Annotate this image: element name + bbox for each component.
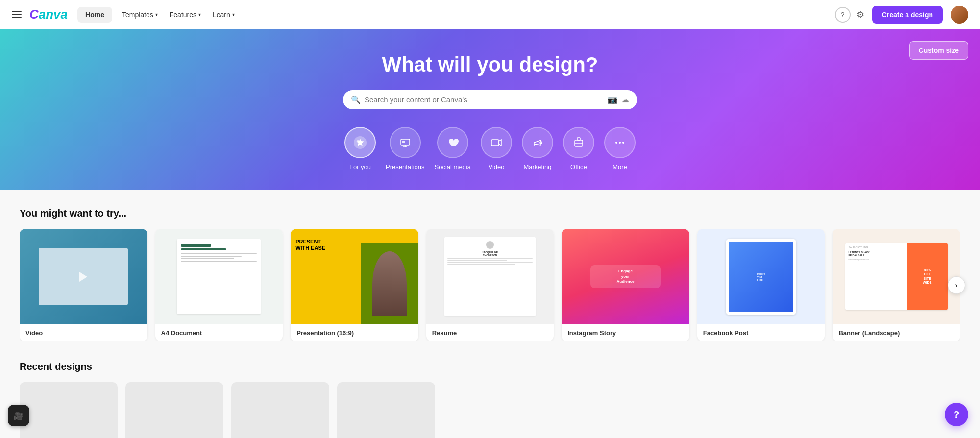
upload-search-button[interactable]: ☁	[621, 95, 629, 104]
card-thumbnail: EngageyourAudience	[562, 229, 689, 324]
category-for-you[interactable]: For you	[344, 127, 376, 170]
card-thumbnail: JACQUELINETHOMPSON	[426, 229, 554, 324]
recent-card[interactable]	[125, 382, 223, 438]
card-label: A4 Document	[155, 324, 283, 341]
try-card-instagram-story[interactable]: EngageyourAudience Instagram Story	[562, 229, 689, 341]
recent-section: Recent designs	[20, 361, 960, 438]
features-nav[interactable]: Features ▾	[164, 7, 207, 23]
try-card-video[interactable]: Video	[20, 229, 147, 341]
category-icon-presentations	[390, 127, 421, 158]
category-social-media[interactable]: Social media	[435, 127, 471, 170]
templates-nav[interactable]: Templates ▾	[116, 7, 164, 23]
card-thumb-wrapper: EngageyourAudience	[562, 229, 689, 324]
card-thumb-wrapper	[20, 229, 147, 324]
svg-rect-5	[402, 141, 405, 143]
video-recorder-button[interactable]: 🎥	[8, 405, 29, 426]
hero-title: What will you design?	[12, 53, 968, 76]
recent-section-title: Recent designs	[20, 361, 960, 372]
custom-size-button[interactable]: Custom size	[909, 41, 968, 60]
category-label-office: Office	[570, 163, 587, 170]
category-more[interactable]: More	[604, 127, 636, 170]
category-label-social-media: Social media	[435, 163, 471, 170]
category-video[interactable]: Video	[481, 127, 512, 170]
category-icon-office	[563, 127, 594, 158]
card-label: Resume	[426, 324, 554, 341]
category-label-more: More	[612, 163, 627, 170]
try-card-presentation[interactable]: PRESENTWITH EASE Presentation (16:9)	[291, 229, 418, 341]
chevron-down-icon: ▾	[232, 12, 235, 17]
svg-point-12	[615, 142, 617, 144]
card-thumbnail: PRESENTWITH EASE	[291, 229, 418, 324]
chevron-down-icon: ▾	[155, 12, 158, 17]
card-label: Instagram Story	[562, 324, 689, 341]
cards-next-button[interactable]: ›	[948, 276, 965, 294]
try-card-a4-doc[interactable]: A4 Document	[155, 229, 283, 341]
category-presentations[interactable]: Presentations	[386, 127, 425, 170]
cards-container: Video A4 Document PRESENTWITH EASE Prese…	[20, 229, 960, 341]
card-thumbnail: SALE CLOTHING ULTIMATE BLACKFRIDAY SALE …	[833, 229, 960, 324]
category-label-marketing: Marketing	[523, 163, 551, 170]
help-bubble-button[interactable]: ?	[945, 403, 968, 426]
try-section-title: You might want to try...	[20, 208, 960, 219]
card-thumbnail	[155, 229, 283, 324]
svg-rect-10	[577, 138, 580, 140]
try-cards-row: Video A4 Document PRESENTWITH EASE Prese…	[20, 229, 960, 341]
search-icon: 🔍	[351, 95, 361, 104]
card-thumb-wrapper: PRESENTWITH EASE	[291, 229, 418, 324]
camera-search-button[interactable]: 📷	[608, 95, 617, 104]
create-design-button[interactable]: Create a design	[872, 6, 943, 24]
category-icon-marketing	[522, 127, 553, 158]
navbar: Canva Home Templates ▾ Features ▾ Learn …	[0, 0, 980, 29]
svg-rect-2	[401, 139, 410, 145]
card-thumbnail	[20, 229, 147, 324]
learn-nav[interactable]: Learn ▾	[207, 7, 241, 23]
svg-rect-6	[491, 140, 499, 146]
card-thumb-wrapper: InspireyourFeed	[697, 229, 825, 324]
category-icon-video	[481, 127, 512, 158]
card-thumb-wrapper: SALE CLOTHING ULTIMATE BLACKFRIDAY SALE …	[833, 229, 960, 324]
recent-designs-row	[20, 382, 960, 438]
hero-section: Custom size What will you design? 🔍 📷 ☁ …	[0, 29, 980, 190]
avatar[interactable]	[951, 6, 968, 24]
card-label: Facebook Post	[697, 324, 825, 341]
card-thumbnail: InspireyourFeed	[697, 229, 825, 324]
try-card-facebook-post[interactable]: InspireyourFeed Facebook Post	[697, 229, 825, 341]
category-row: For you Presentations Social media Video…	[12, 127, 968, 170]
recent-card[interactable]	[20, 382, 118, 438]
svg-point-13	[619, 142, 621, 144]
category-icon-more	[604, 127, 636, 158]
card-thumb-wrapper: JACQUELINETHOMPSON	[426, 229, 554, 324]
svg-point-1	[357, 140, 359, 142]
card-label: Presentation (16:9)	[291, 324, 418, 341]
category-office[interactable]: Office	[563, 127, 594, 170]
category-label-for-you: For you	[349, 163, 371, 170]
help-button[interactable]: ?	[835, 7, 851, 23]
card-label: Banner (Landscape)	[833, 324, 960, 341]
category-label-presentations: Presentations	[386, 163, 425, 170]
search-input[interactable]	[365, 96, 604, 104]
home-button[interactable]: Home	[77, 7, 112, 23]
recent-card[interactable]	[231, 382, 329, 438]
svg-point-14	[622, 142, 624, 144]
hamburger-menu[interactable]	[12, 11, 22, 18]
search-bar: 🔍 📷 ☁	[343, 90, 637, 109]
settings-button[interactable]: ⚙	[857, 9, 864, 20]
try-card-banner[interactable]: SALE CLOTHING ULTIMATE BLACKFRIDAY SALE …	[833, 229, 960, 341]
category-label-video: Video	[488, 163, 504, 170]
category-icon-social-media	[437, 127, 468, 158]
category-marketing[interactable]: Marketing	[522, 127, 553, 170]
try-card-resume[interactable]: JACQUELINETHOMPSON Resume	[426, 229, 554, 341]
card-label: Video	[20, 324, 147, 341]
recent-card[interactable]	[337, 382, 435, 438]
card-thumb-wrapper	[155, 229, 283, 324]
canva-logo[interactable]: Canva	[29, 7, 68, 22]
chevron-down-icon: ▾	[198, 12, 201, 17]
main-content: You might want to try... Video A4 Docume…	[0, 190, 980, 438]
search-actions: 📷 ☁	[608, 95, 629, 104]
category-icon-for-you	[344, 127, 376, 158]
